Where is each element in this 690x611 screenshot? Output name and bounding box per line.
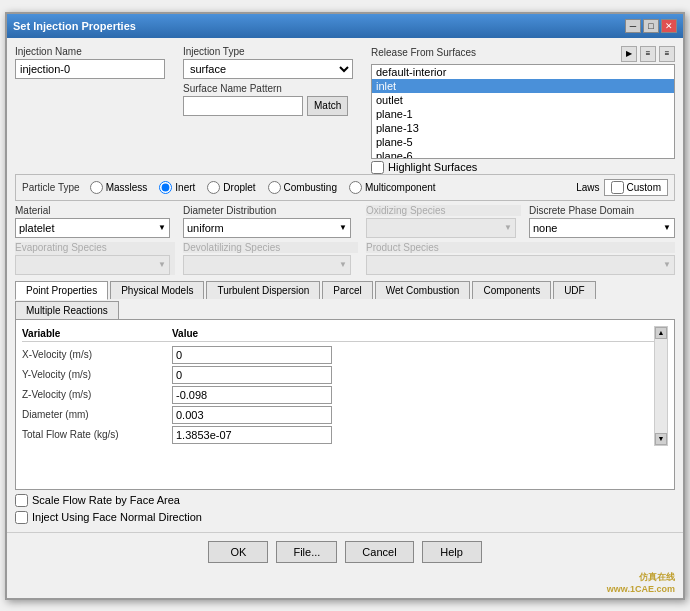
diameter-input[interactable] [172,406,332,424]
list-item[interactable]: inlet [372,79,674,93]
list-item[interactable]: plane-5 [372,135,674,149]
scale-flow-rate-row: Scale Flow Rate by Face Area [15,494,675,507]
match-button[interactable]: Match [307,96,348,116]
tab-multiple-reactions[interactable]: Multiple Reactions [15,301,119,319]
dialog-content: Injection Name Injection Type surface po… [7,38,683,532]
help-button[interactable]: Help [422,541,482,563]
release-surfaces-label: Release From Surfaces [371,47,476,58]
particle-type-label: Particle Type [22,182,80,193]
tab-parcel[interactable]: Parcel [322,281,372,299]
surfaces-listbox[interactable]: default-interior inlet outlet plane-1 pl… [371,64,675,159]
highlight-surfaces-checkbox[interactable] [371,161,384,174]
discrete-phase-select[interactable]: none ▼ [529,218,675,238]
tab-physical-models[interactable]: Physical Models [110,281,204,299]
material-row: Material platelet ▼ Diameter Distributio… [15,205,675,238]
scale-flow-rate-checkbox[interactable] [15,494,28,507]
top-row: Injection Name Injection Type surface po… [15,46,675,174]
radio-group-particle: Massless Inert Droplet Combusting Multic… [90,181,436,194]
injection-type-group: Injection Type surface point group cone … [183,46,363,116]
scroll-up-arrow[interactable]: ▲ [655,327,667,339]
xvel-input[interactable] [172,346,332,364]
list-item[interactable]: plane-13 [372,121,674,135]
window-title: Set Injection Properties [13,20,136,32]
col-value-header: Value [172,328,332,339]
list-item[interactable]: plane-6 [372,149,674,159]
surface-pattern-row: Match [183,96,363,116]
zvel-input[interactable] [172,386,332,404]
surface-pattern-input[interactable] [183,96,303,116]
ok-button[interactable]: OK [208,541,268,563]
tab-udf[interactable]: UDF [553,281,596,299]
diameter-distribution-label: Diameter Distribution [183,205,358,216]
list-item[interactable]: outlet [372,93,674,107]
surface-pattern-label: Surface Name Pattern [183,83,363,94]
evaporating-select: ▼ [15,255,170,275]
list-item[interactable]: default-interior [372,65,674,79]
scale-flow-rate-label: Scale Flow Rate by Face Area [32,494,180,506]
evap-row: Evaporating Species ▼ Devolatilizing Spe… [15,242,675,275]
bottom-buttons: OK File... Cancel Help [7,532,683,571]
prop-row-yvel: Y-Velocity (m/s) [22,366,654,384]
oxidizing-species-group: Oxidizing Species ▼ [366,205,521,238]
radio-inert[interactable]: Inert [159,181,195,194]
custom-label: Custom [627,182,661,193]
radio-multicomponent[interactable]: Multicomponent [349,181,436,194]
main-window: Set Injection Properties ─ □ ✕ Injection… [5,12,685,600]
scroll-down-arrow[interactable]: ▼ [655,433,667,445]
material-select[interactable]: platelet ▼ [15,218,170,238]
close-button[interactable]: ✕ [661,19,677,33]
tab-point-properties[interactable]: Point Properties [15,281,108,300]
radio-massless[interactable]: Massless [90,181,148,194]
radio-combusting[interactable]: Combusting [268,181,337,194]
custom-checkbox[interactable] [611,181,624,194]
diameter-distribution-group: Diameter Distribution uniform ▼ [183,205,358,238]
discrete-phase-group: Discrete Phase Domain none ▼ [529,205,675,238]
tab-wet-combustion[interactable]: Wet Combustion [375,281,471,299]
release-icon-2[interactable]: ≡ [640,46,656,62]
material-arrow: ▼ [158,223,166,232]
col-headers: Variable Value [22,326,654,342]
flowrate-label: Total Flow Rate (kg/s) [22,429,172,440]
vertical-scrollbar[interactable]: ▲ ▼ [654,326,668,446]
minimize-button[interactable]: ─ [625,19,641,33]
particle-type-row: Particle Type Massless Inert Droplet Com… [15,174,675,201]
diameter-distribution-select[interactable]: uniform ▼ [183,218,351,238]
injection-name-group: Injection Name [15,46,175,79]
evaporating-label: Evaporating Species [15,242,175,253]
release-icon-3[interactable]: ≡ [659,46,675,62]
yvel-input[interactable] [172,366,332,384]
inject-face-normal-label: Inject Using Face Normal Direction [32,511,202,523]
highlight-surfaces-label: Highlight Surfaces [388,161,477,173]
release-icons: ▶ ≡ ≡ [621,46,675,62]
product-group: Product Species ▼ [366,242,675,275]
diameter-distribution-value: uniform [187,222,224,234]
release-icon-1[interactable]: ▶ [621,46,637,62]
zvel-value-group [172,386,332,404]
discrete-phase-value: none [533,222,557,234]
injection-type-label: Injection Type [183,46,363,57]
flowrate-input[interactable] [172,426,332,444]
tab-components[interactable]: Components [472,281,551,299]
tab-turbulent-dispersion[interactable]: Turbulent Dispersion [206,281,320,299]
material-value: platelet [19,222,54,234]
flowrate-value-group [172,426,332,444]
title-bar: Set Injection Properties ─ □ ✕ [7,14,683,38]
devolatilizing-select: ▼ [183,255,351,275]
oxidizing-species-select: ▼ [366,218,516,238]
inject-face-normal-row: Inject Using Face Normal Direction [15,511,675,524]
file-button[interactable]: File... [276,541,337,563]
cancel-button[interactable]: Cancel [345,541,413,563]
oxidizing-species-label: Oxidizing Species [366,205,521,216]
injection-type-select[interactable]: surface point group cone [183,59,353,79]
injection-name-input[interactable] [15,59,165,79]
injection-name-label: Injection Name [15,46,175,57]
prop-row-flowrate: Total Flow Rate (kg/s) [22,426,654,444]
diameter-value-group [172,406,332,424]
list-item[interactable]: plane-1 [372,107,674,121]
evaporating-group: Evaporating Species ▼ [15,242,175,275]
maximize-button[interactable]: □ [643,19,659,33]
radio-droplet[interactable]: Droplet [207,181,255,194]
watermark-line2: www.1CAE.com [15,584,675,594]
inject-face-normal-checkbox[interactable] [15,511,28,524]
devolatilizing-group: Devolatilizing Species ▼ [183,242,358,275]
